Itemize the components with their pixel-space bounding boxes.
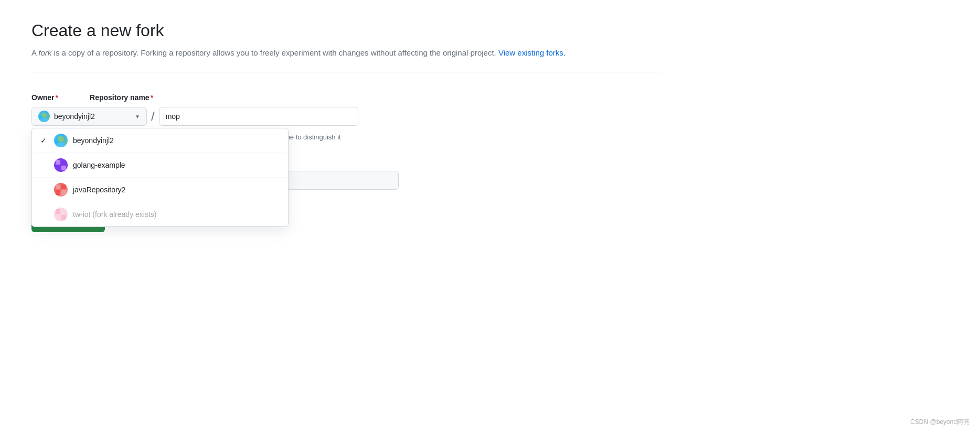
svg-rect-12 xyxy=(56,209,60,214)
owner-field-group: Owner* xyxy=(31,93,58,102)
owner-repo-row: beyondyinjl2 ▼ ✓ beyondyinjl2 xyxy=(31,107,661,126)
dropdown-item-label-java: javaRepository2 xyxy=(73,186,125,194)
owner-select-wrapper: beyondyinjl2 ▼ ✓ beyondyinjl2 xyxy=(31,107,147,126)
owner-dropdown-menu: ✓ beyondyinjl2 ✓ xyxy=(31,128,289,227)
dropdown-avatar-java xyxy=(54,183,68,197)
svg-rect-7 xyxy=(61,166,66,170)
svg-rect-6 xyxy=(56,166,60,170)
svg-point-0 xyxy=(41,112,47,117)
dropdown-item-label-twiot: tw-iot (fork already exists) xyxy=(73,210,156,219)
owner-repo-separator: / xyxy=(147,107,159,126)
dropdown-item-golang-example[interactable]: ✓ golang-example xyxy=(32,153,288,178)
svg-rect-13 xyxy=(61,209,66,214)
svg-point-1 xyxy=(40,118,48,122)
svg-point-3 xyxy=(56,143,66,147)
owner-select-button[interactable]: beyondyinjl2 ▼ xyxy=(31,107,147,126)
owner-required-star: * xyxy=(56,93,58,102)
owner-select-value: beyondyinjl2 xyxy=(54,112,95,121)
page-description: A fork is a copy of a repository. Forkin… xyxy=(31,47,609,59)
owner-avatar xyxy=(38,111,50,122)
dropdown-item-beyondyinjl2[interactable]: ✓ beyondyinjl2 xyxy=(32,128,288,153)
repo-name-input[interactable] xyxy=(159,107,358,126)
svg-rect-8 xyxy=(56,184,60,189)
section-divider xyxy=(31,72,661,72)
dropdown-item-javarepository2[interactable]: ✓ javaRepository2 xyxy=(32,178,288,202)
svg-rect-14 xyxy=(56,215,60,220)
repo-name-required-star: * xyxy=(151,93,153,102)
dropdown-item-twiot[interactable]: ✓ tw-iot (fork already exists) xyxy=(32,202,288,226)
dropdown-avatar-golang xyxy=(54,158,68,172)
check-icon: ✓ xyxy=(40,136,49,145)
page-title: Create a new fork xyxy=(31,21,949,40)
repo-name-label: Repository name* xyxy=(90,93,153,102)
svg-rect-5 xyxy=(61,160,66,165)
repo-name-field-group: Repository name* xyxy=(90,93,153,102)
view-existing-forks-link[interactable]: View existing forks. xyxy=(498,48,566,57)
dropdown-item-label-golang: golang-example xyxy=(73,161,125,169)
dropdown-avatar-beyondyinjl2 xyxy=(54,134,68,147)
watermark: CSDN @beyond阿亮 xyxy=(910,418,970,427)
dropdown-avatar-twiot xyxy=(54,208,68,221)
repo-name-input-group xyxy=(159,107,358,126)
fork-form: Owner* Repository name* beyondyinjl2 ▼ xyxy=(31,93,661,232)
svg-rect-15 xyxy=(61,215,66,220)
svg-rect-9 xyxy=(61,184,66,189)
svg-rect-4 xyxy=(56,160,60,165)
svg-point-2 xyxy=(58,136,64,142)
svg-rect-10 xyxy=(56,190,60,195)
chevron-down-icon: ▼ xyxy=(135,114,140,119)
dropdown-item-label-beyondyinjl2: beyondyinjl2 xyxy=(73,136,114,145)
svg-rect-11 xyxy=(61,190,66,195)
owner-label: Owner* xyxy=(31,93,58,102)
